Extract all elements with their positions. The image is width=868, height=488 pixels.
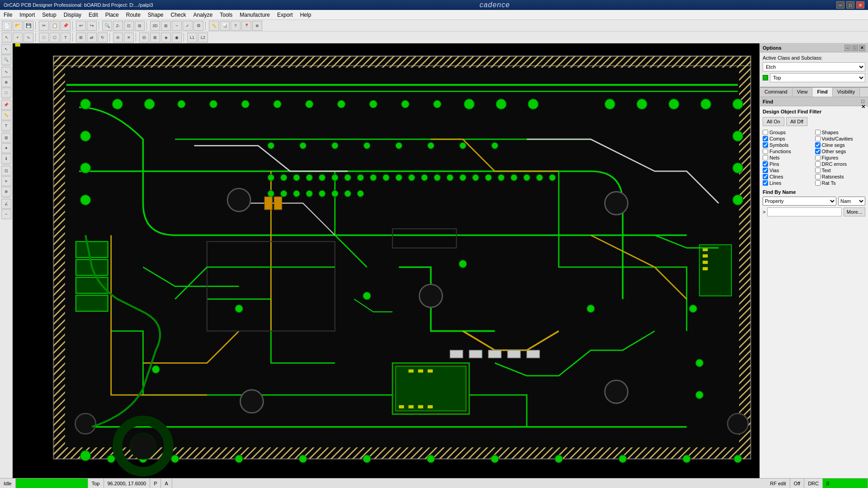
tb-undo[interactable]: ↩: [76, 21, 86, 31]
cb-other-segs-input[interactable]: [815, 149, 821, 154]
tb2-delete[interactable]: ✕: [124, 33, 134, 42]
tb2-add[interactable]: +: [13, 33, 23, 42]
maximize-button[interactable]: □: [846, 1, 854, 9]
lt-etch[interactable]: ⊡: [1, 166, 11, 176]
menu-check[interactable]: Check: [167, 10, 190, 19]
lt-text[interactable]: T: [1, 121, 11, 131]
lt-add-connect[interactable]: ∿: [1, 67, 11, 77]
tb2-select[interactable]: ↖: [2, 33, 12, 42]
menu-route[interactable]: Route: [123, 10, 144, 19]
cb-ratsnests-input[interactable]: [815, 174, 821, 179]
menu-export[interactable]: Export: [274, 10, 297, 19]
cb-shapes-input[interactable]: [815, 130, 821, 135]
tb-zoom-out[interactable]: Z-: [113, 21, 123, 31]
tb2-opt3[interactable]: ◈: [161, 33, 171, 42]
tb-zoom-in[interactable]: 🔍: [102, 21, 112, 31]
lt-highlight[interactable]: ✦: [1, 143, 11, 153]
tb2-opt1[interactable]: ⊟: [139, 33, 149, 42]
tb-rat[interactable]: ~: [172, 21, 182, 31]
tb2-opt4[interactable]: ◉: [172, 33, 182, 42]
cb-clines-input[interactable]: [763, 174, 768, 179]
options-minimize-btn[interactable]: ─: [844, 45, 851, 51]
tab-find[interactable]: Find: [812, 88, 832, 97]
cb-cline-segs-input[interactable]: [815, 142, 821, 148]
tb2-comp[interactable]: ⊞: [76, 33, 86, 42]
tb-grid[interactable]: ⊞: [161, 21, 171, 31]
menu-file[interactable]: File: [0, 10, 16, 19]
menu-display[interactable]: Display: [60, 10, 85, 19]
lt-filter[interactable]: ≡: [1, 176, 11, 186]
options-float-btn[interactable]: □: [852, 45, 858, 51]
tb-zoom-area[interactable]: ⊞: [135, 21, 145, 31]
tb2-opt2[interactable]: ⊠: [150, 33, 160, 42]
tb-help2[interactable]: ?: [231, 21, 241, 31]
tb2-poly[interactable]: ⬠: [50, 33, 60, 42]
tb-drc[interactable]: ✓: [183, 21, 193, 31]
tb-paste[interactable]: 📌: [61, 21, 71, 31]
tb2-mirror[interactable]: ⇌: [87, 33, 97, 42]
lt-zoom[interactable]: 🔍: [1, 55, 11, 65]
cb-text-input[interactable]: [815, 168, 821, 173]
tb-measure[interactable]: 📏: [209, 21, 219, 31]
lt-net[interactable]: ~: [1, 209, 11, 219]
menu-edit[interactable]: Edit: [85, 10, 102, 19]
menu-analyze[interactable]: Analyze: [190, 10, 217, 19]
tab-view[interactable]: View: [793, 88, 813, 97]
tb-open[interactable]: 📂: [13, 21, 23, 31]
tb-redo[interactable]: ↪: [87, 21, 97, 31]
tab-command[interactable]: Command: [760, 88, 793, 97]
tb2-rotate[interactable]: ↻: [98, 33, 108, 42]
tb2-layer2[interactable]: L2: [198, 33, 208, 42]
tb2-layer1[interactable]: L1: [187, 33, 197, 42]
cb-pins-input[interactable]: [763, 161, 768, 167]
menu-setup[interactable]: Setup: [38, 10, 60, 19]
lt-measure[interactable]: 📏: [1, 110, 11, 120]
close-button[interactable]: ✕: [856, 1, 864, 9]
cb-rat-ts-input[interactable]: [815, 180, 821, 186]
lt-ripup[interactable]: ⊗: [1, 187, 11, 197]
cb-voids-input[interactable]: [815, 136, 821, 141]
tb2-ripup[interactable]: ⊖: [113, 33, 123, 42]
fbn-property-select[interactable]: Property Name Net: [763, 197, 836, 206]
cb-functions-input[interactable]: [763, 149, 768, 154]
fbn-nam-select[interactable]: Nam Value: [838, 197, 865, 206]
lt-select[interactable]: ↖: [1, 44, 11, 54]
lt-property[interactable]: ⊞: [1, 133, 11, 143]
lt-shape[interactable]: □: [1, 88, 11, 98]
lt-via[interactable]: ⊕: [1, 77, 11, 87]
tb-zoom-fit[interactable]: ⊡: [124, 21, 134, 31]
options-close-btn[interactable]: ✕: [859, 45, 865, 51]
tb-pin[interactable]: 📍: [241, 21, 251, 31]
all-off-btn[interactable]: All Dff: [786, 117, 807, 126]
menu-help[interactable]: Help: [297, 10, 315, 19]
lt-info[interactable]: ℹ: [1, 154, 11, 164]
fbn-search-input[interactable]: [767, 207, 841, 216]
tb2-text[interactable]: T: [61, 33, 71, 42]
cb-nets-input[interactable]: [763, 155, 768, 160]
menu-import[interactable]: Import: [16, 10, 38, 19]
class-dropdown[interactable]: Etch Board Package: [763, 62, 865, 71]
tb-via[interactable]: ⊕: [252, 21, 262, 31]
cb-lines-input[interactable]: [763, 180, 768, 186]
cb-groups-input[interactable]: [763, 130, 768, 135]
cb-drc-errors-input[interactable]: [815, 161, 821, 167]
tb2-route[interactable]: ∿: [24, 33, 33, 42]
minimize-button[interactable]: ─: [836, 1, 844, 9]
find-float-btn[interactable]: □: [861, 99, 865, 104]
tb-settings[interactable]: ⚙: [193, 21, 203, 31]
cb-comps-input[interactable]: [763, 136, 768, 141]
pcb-canvas-area[interactable]: [13, 43, 760, 478]
cb-figures-input[interactable]: [815, 155, 821, 160]
tb-save[interactable]: 💾: [24, 21, 33, 31]
lt-angle[interactable]: ∠: [1, 199, 11, 209]
tb2-shape[interactable]: □: [39, 33, 49, 42]
tb-chart[interactable]: 📊: [220, 21, 230, 31]
lt-place[interactable]: 📌: [1, 100, 11, 110]
subclass-dropdown[interactable]: Top Bottom Inner1: [770, 73, 865, 82]
all-on-btn[interactable]: All On: [763, 117, 784, 126]
menu-manufacture[interactable]: Manufacture: [236, 10, 274, 19]
tb-new[interactable]: 📄: [2, 21, 12, 31]
menu-tools[interactable]: Tools: [216, 10, 236, 19]
fbn-more-btn[interactable]: More...: [844, 207, 865, 216]
tb-3d[interactable]: 3D: [150, 21, 160, 31]
